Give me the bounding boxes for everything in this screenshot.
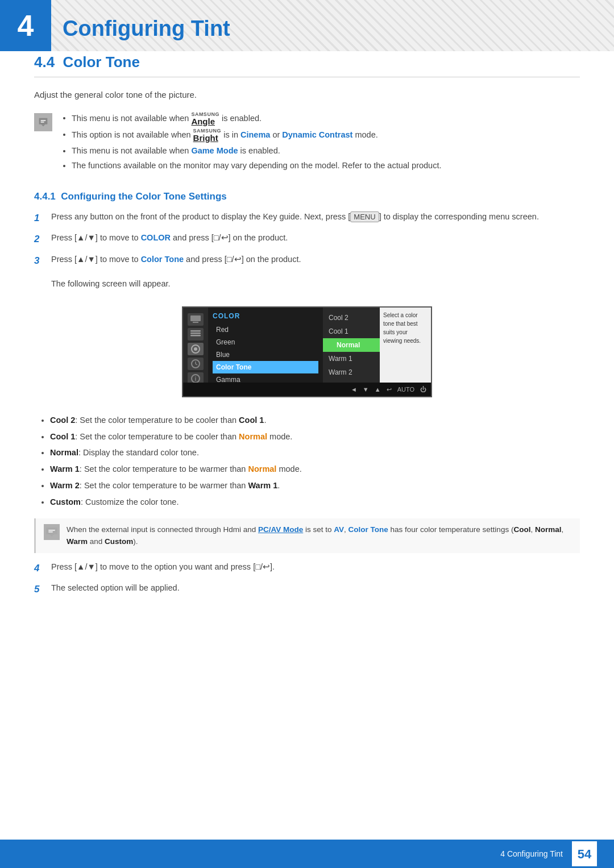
inner-note: When the external input is connected thr…: [34, 518, 580, 553]
svg-rect-6: [190, 335, 201, 337]
intro-text: Adjust the general color tone of the pic…: [34, 89, 580, 102]
footer-chapter-text: 4 Configuring Tint: [500, 848, 563, 860]
btn-down: ▼: [363, 385, 369, 394]
svg-rect-12: [46, 528, 57, 534]
svg-rect-14: [48, 531, 53, 533]
note-item-4: The functions available on the monitor m…: [72, 160, 441, 172]
svg-rect-3: [193, 322, 198, 323]
option-normal: Normal: Display the standard color tone.: [50, 447, 580, 459]
btn-auto: AUTO: [397, 385, 414, 394]
monitor-icon-4: [188, 358, 204, 370]
inner-note-icon: [44, 524, 60, 540]
menu-item-green: Green: [213, 336, 318, 348]
menu-title: COLOR: [213, 311, 318, 321]
option-custom: Custom: Customize the color tone.: [50, 496, 580, 509]
menu-item-blue: Blue: [213, 348, 318, 361]
chapter-number: 4: [0, 0, 51, 51]
btn-left: ◄: [351, 385, 357, 394]
step-5: 5 The selected option will be applied.: [34, 582, 580, 597]
btn-up: ▲: [375, 385, 381, 394]
step-1: 1 Press any button on the front of the p…: [34, 211, 580, 226]
menu-item-colortone: Color Tone: [213, 361, 318, 373]
svg-rect-2: [190, 315, 201, 321]
step-3: 3 Press [▲/▼] to move to Color Tone and …: [34, 254, 580, 290]
note-content: This menu is not available when SAMSUNG …: [60, 112, 441, 176]
menu-item-red: Red: [213, 323, 318, 336]
svg-rect-0: [40, 120, 45, 121]
monitor-icon-3: [188, 343, 204, 355]
steps-list: 1 Press any button on the front of the p…: [34, 211, 580, 290]
svg-text:i: i: [195, 376, 197, 382]
option-warm2: Warm 2: Set the color temperature to be …: [50, 480, 580, 492]
note-item-2: This option is not available when SAMSUN…: [72, 128, 441, 142]
submenu-warm1: Warm 1: [323, 352, 380, 366]
svg-rect-5: [190, 333, 201, 334]
svg-rect-13: [48, 530, 55, 531]
monitor-mockup-container: i COLOR Red Green Blue Color Tone Gamma …: [34, 297, 580, 409]
note-box: This menu is not available when SAMSUNG …: [34, 112, 580, 176]
page-footer: 4 Configuring Tint 54: [0, 840, 614, 868]
monitor-bottom-bar: ◄ ▼ ▲ ↩ AUTO ⏻: [183, 383, 431, 396]
note-icon: [34, 113, 52, 131]
btn-enter: ↩: [387, 385, 392, 394]
chapter-title: Configuring Tint: [0, 0, 614, 59]
option-warm1: Warm 1: Set the color temperature to be …: [50, 463, 580, 476]
monitor-screen: i COLOR Red Green Blue Color Tone Gamma …: [182, 306, 432, 397]
option-cool1: Cool 1: Set the color temperature to be …: [50, 431, 580, 443]
inner-note-text: When the external input is connected thr…: [67, 524, 572, 547]
svg-rect-1: [40, 122, 44, 122]
submenu-cool2: Cool 2: [323, 311, 380, 325]
btn-power: ⏻: [420, 385, 426, 394]
option-cool2: Cool 2: Set the color temperature to be …: [50, 414, 580, 427]
steps-4-5: 4 Press [▲/▼] to move to the option you …: [34, 561, 580, 597]
footer-page-number: 54: [572, 841, 597, 866]
step-2: 2 Press [▲/▼] to move to COLOR and press…: [34, 232, 580, 247]
submenu-cool1: Cool 1: [323, 325, 380, 338]
submenu-warm2: Warm 2: [323, 366, 380, 379]
svg-point-8: [194, 347, 197, 351]
monitor-icon-1: [188, 313, 204, 326]
monitor-icon-2: [188, 328, 204, 340]
chapter-header: 4 Configuring Tint: [0, 0, 614, 51]
subsection-title: 4.4.1 Configuring the Color Tone Setting…: [34, 189, 580, 204]
note-item-3: This menu is not available when Game Mod…: [72, 145, 441, 157]
options-list: Cool 2: Set the color temperature to be …: [34, 414, 580, 509]
submenu-normal: ✓Normal: [323, 338, 380, 352]
step-4: 4 Press [▲/▼] to move to the option you …: [34, 561, 580, 576]
main-content: 4.4 Color Tone Adjust the general color …: [0, 51, 614, 649]
note-item-1: This menu is not available when SAMSUNG …: [72, 112, 441, 126]
svg-rect-4: [190, 330, 201, 332]
